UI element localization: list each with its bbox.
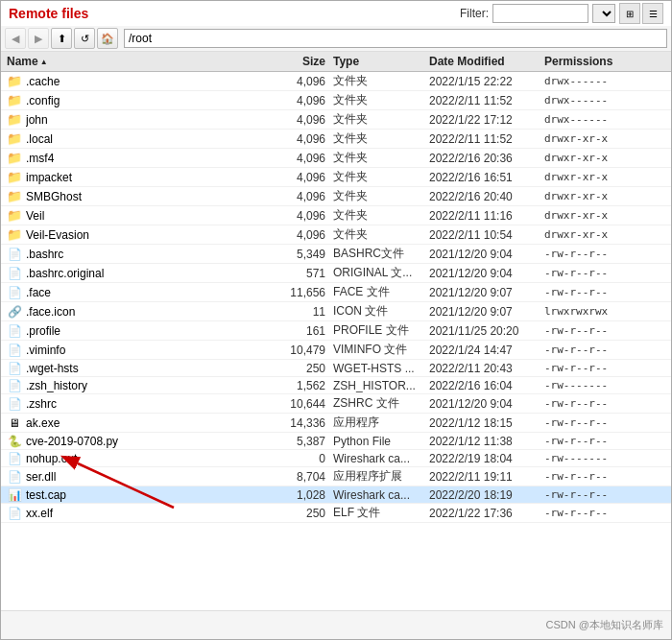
file-name: .bashrc bbox=[26, 248, 276, 261]
file-type: 文件夹 bbox=[333, 92, 429, 108]
col-header-size[interactable]: Size bbox=[276, 55, 333, 68]
table-row[interactable]: 📁 Veil 4,096 文件夹 2022/2/11 11:16 drwxr-x… bbox=[1, 206, 671, 225]
file-permissions: lrwxrwxrwx bbox=[544, 305, 665, 318]
file-date: 2022/2/11 11:52 bbox=[429, 94, 544, 107]
file-name: .profile bbox=[26, 324, 276, 338]
file-date: 2022/2/11 10:54 bbox=[429, 228, 544, 242]
view-grid-button[interactable]: ⊞ bbox=[619, 3, 640, 24]
table-row[interactable]: 📁 .local 4,096 文件夹 2022/2/11 11:52 drwxr… bbox=[1, 130, 671, 149]
file-size: 250 bbox=[276, 362, 333, 375]
table-row[interactable]: 🔗 .face.icon 11 ICON 文件 2021/12/20 9:07 … bbox=[1, 302, 671, 321]
main-content: 📁 .cache 4,096 文件夹 2022/1/15 22:22 drwx-… bbox=[1, 72, 671, 610]
file-date: 2022/2/20 18:19 bbox=[429, 488, 544, 502]
table-row[interactable]: 📄 .wget-hsts 250 WGET-HSTS ... 2022/2/11… bbox=[1, 360, 671, 377]
toolbar: ◀ ▶ ⬆ ↺ 🏠 bbox=[1, 26, 671, 52]
table-row[interactable]: 📄 .viminfo 10,479 VIMINFO 文件 2022/1/24 1… bbox=[1, 341, 671, 360]
col-header-permissions[interactable]: Permissions bbox=[544, 55, 665, 68]
file-type: ICON 文件 bbox=[333, 303, 429, 320]
file-permissions: drwxr-xr-x bbox=[544, 152, 665, 164]
table-row[interactable]: 📁 john 4,096 文件夹 2022/1/22 17:12 drwx---… bbox=[1, 110, 671, 130]
file-date: 2022/2/11 11:52 bbox=[429, 132, 544, 146]
file-permissions: -rw-r--r-- bbox=[544, 267, 665, 279]
title-bar: Remote files Filter: ⊞ ☰ bbox=[1, 1, 671, 26]
file-icon: 📄 bbox=[7, 267, 22, 280]
file-permissions: drwxr-xr-x bbox=[544, 228, 665, 241]
file-name: test.cap bbox=[26, 488, 276, 502]
table-row[interactable]: 📄 .zsh_history 1,562 ZSH_HISTOR... 2022/… bbox=[1, 377, 671, 394]
file-type: ZSHRC 文件 bbox=[333, 395, 429, 412]
table-row[interactable]: 📁 .cache 4,096 文件夹 2022/1/15 22:22 drwx-… bbox=[1, 72, 671, 91]
table-row[interactable]: 📄 .face 11,656 FACE 文件 2021/12/20 9:07 -… bbox=[1, 283, 671, 302]
home-button[interactable]: 🏠 bbox=[97, 28, 118, 49]
file-type: ZSH_HISTOR... bbox=[333, 379, 429, 392]
table-row[interactable]: 🖥 ak.exe 14,336 应用程序 2022/1/12 18:15 -rw… bbox=[1, 414, 671, 433]
file-size: 250 bbox=[276, 507, 333, 520]
table-row[interactable]: 📁 .config 4,096 文件夹 2022/2/11 11:52 drwx… bbox=[1, 91, 671, 110]
file-name: xx.elf bbox=[26, 507, 276, 520]
file-type: 文件夹 bbox=[333, 150, 429, 166]
table-row[interactable]: 📄 xx.elf 250 ELF 文件 2022/1/22 17:36 -rw-… bbox=[1, 504, 671, 523]
file-name: .zsh_history bbox=[26, 379, 276, 392]
file-permissions: -rw-r--r-- bbox=[544, 324, 665, 337]
file-date: 2022/1/24 14:47 bbox=[429, 344, 544, 357]
file-date: 2022/2/16 16:51 bbox=[429, 171, 544, 184]
file-name: .zshrc bbox=[26, 397, 276, 411]
file-name: .viminfo bbox=[26, 344, 276, 357]
file-type: ELF 文件 bbox=[333, 505, 429, 521]
forward-button[interactable]: ▶ bbox=[28, 28, 49, 49]
path-bar bbox=[124, 29, 667, 48]
back-button[interactable]: ◀ bbox=[5, 28, 26, 49]
file-icon: 📁 bbox=[7, 209, 22, 223]
table-row[interactable]: 📄 .zshrc 10,644 ZSHRC 文件 2021/12/20 9:04… bbox=[1, 394, 671, 414]
file-type: ORIGINAL 文... bbox=[333, 265, 429, 281]
file-date: 2021/12/20 9:04 bbox=[429, 267, 544, 280]
watermark: CSDN @本地知识名师库 bbox=[546, 618, 663, 632]
col-header-date[interactable]: Date Modified bbox=[429, 55, 544, 68]
file-type: Wireshark ca... bbox=[333, 452, 429, 465]
file-icon: 📄 bbox=[7, 397, 22, 411]
table-row[interactable]: 📄 nohup.out 0 Wireshark ca... 2022/2/19 … bbox=[1, 450, 671, 467]
col-header-name[interactable]: Name ▲ bbox=[7, 55, 276, 68]
view-list-button[interactable]: ☰ bbox=[642, 3, 663, 24]
column-headers: Name ▲ Size Type Date Modified Permissio… bbox=[1, 52, 671, 72]
file-name: nohup.out bbox=[26, 452, 276, 465]
file-type: 应用程序 bbox=[333, 415, 429, 431]
file-permissions: drwx------ bbox=[544, 75, 665, 87]
file-size: 4,096 bbox=[276, 228, 333, 242]
file-name: .msf4 bbox=[26, 152, 276, 165]
file-size: 1,562 bbox=[276, 379, 333, 392]
upload-button[interactable]: ⬆ bbox=[51, 28, 72, 49]
path-input[interactable] bbox=[124, 29, 667, 48]
table-row[interactable]: 📄 ser.dll 8,704 应用程序扩展 2022/2/11 19:11 -… bbox=[1, 467, 671, 486]
file-icon: 📁 bbox=[7, 152, 22, 165]
window-title: Remote files bbox=[9, 6, 88, 21]
refresh-button[interactable]: ↺ bbox=[74, 28, 95, 49]
filter-input[interactable] bbox=[492, 4, 588, 23]
file-date: 2022/1/12 18:15 bbox=[429, 416, 544, 430]
file-date: 2022/2/11 11:16 bbox=[429, 209, 544, 223]
file-size: 4,096 bbox=[276, 152, 333, 165]
file-icon: 📄 bbox=[7, 507, 22, 520]
file-type: 文件夹 bbox=[333, 188, 429, 204]
file-size: 11 bbox=[276, 305, 333, 319]
file-permissions: drwxr-xr-x bbox=[544, 171, 665, 183]
file-date: 2022/1/15 22:22 bbox=[429, 75, 544, 88]
file-icon: 📄 bbox=[7, 324, 22, 338]
file-size: 10,479 bbox=[276, 344, 333, 357]
file-name: .local bbox=[26, 132, 276, 146]
table-row[interactable]: 🐍 cve-2019-0708.py 5,387 Python File 202… bbox=[1, 433, 671, 450]
table-row[interactable]: 📄 .profile 161 PROFILE 文件 2021/11/25 20:… bbox=[1, 321, 671, 341]
table-row[interactable]: 📄 .bashrc.original 571 ORIGINAL 文... 202… bbox=[1, 264, 671, 283]
table-row[interactable]: 📁 SMBGhost 4,096 文件夹 2022/2/16 20:40 drw… bbox=[1, 187, 671, 206]
table-row[interactable]: 📁 Veil-Evasion 4,096 文件夹 2022/2/11 10:54… bbox=[1, 225, 671, 245]
table-row[interactable]: 📁 .msf4 4,096 文件夹 2022/2/16 20:36 drwxr-… bbox=[1, 149, 671, 168]
table-row[interactable]: 📊 test.cap 1,028 Wireshark ca... 2022/2/… bbox=[1, 486, 671, 504]
filter-dropdown[interactable] bbox=[592, 4, 615, 23]
file-size: 571 bbox=[276, 267, 333, 280]
col-header-type[interactable]: Type bbox=[333, 55, 429, 68]
table-row[interactable]: 📁 impacket 4,096 文件夹 2022/2/16 16:51 drw… bbox=[1, 168, 671, 187]
file-size: 4,096 bbox=[276, 190, 333, 203]
file-date: 2021/11/25 20:20 bbox=[429, 324, 544, 338]
file-size: 161 bbox=[276, 324, 333, 338]
table-row[interactable]: 📄 .bashrc 5,349 BASHRC文件 2021/12/20 9:04… bbox=[1, 245, 671, 264]
